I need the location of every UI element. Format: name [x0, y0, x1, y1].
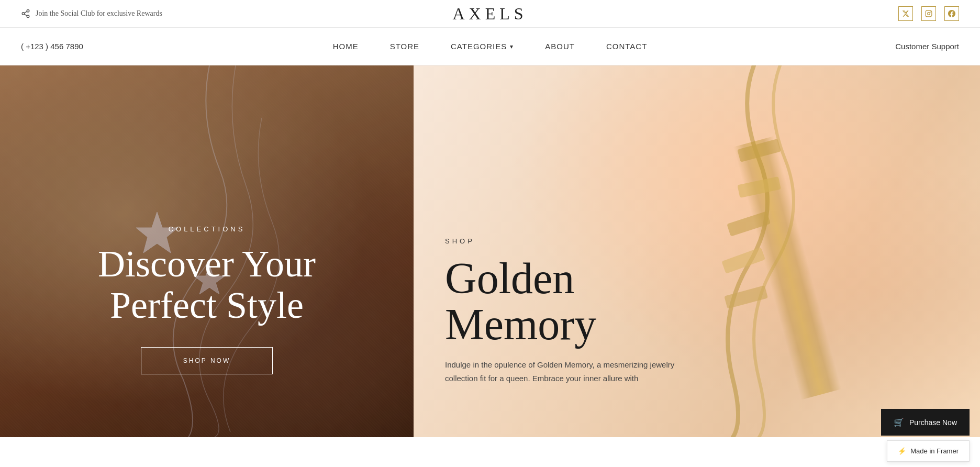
customer-support-link[interactable]: Customer Support: [895, 42, 959, 51]
nav-about[interactable]: ABOUT: [545, 42, 575, 51]
nav-phone: ( +123 ) 456 7890: [21, 42, 83, 51]
svg-rect-5: [926, 10, 932, 17]
social-club-text: Join the Social Club for exclusive Rewar…: [36, 9, 162, 18]
shop-label: SHOP: [445, 237, 696, 245]
shop-now-button[interactable]: SHOP NOW: [141, 347, 273, 374]
hero-left-content: COLLECTIONS Discover Your Perfect Style …: [0, 225, 414, 374]
top-bar-left: Join the Social Club for exclusive Rewar…: [21, 9, 162, 18]
purchase-now-label: Purchase Now: [909, 418, 957, 427]
hero-left-title: Discover Your Perfect Style: [0, 243, 414, 326]
svg-point-6: [928, 13, 930, 15]
svg-point-1: [22, 13, 25, 15]
nav-bar: ( +123 ) 456 7890 HOME STORE CATEGORIES …: [0, 28, 980, 65]
facebook-icon[interactable]: [944, 6, 959, 21]
hero-right-description: Indulge in the opulence of Golden Memory…: [445, 358, 696, 385]
svg-point-7: [930, 12, 931, 13]
svg-point-0: [27, 10, 29, 13]
hero-right-title: Golden Memory: [445, 255, 696, 348]
social-icons-group: [898, 6, 959, 21]
svg-rect-11: [737, 176, 781, 198]
cart-icon: 🛒: [894, 417, 904, 427]
hero-right-content: SHOP Golden Memory Indulge in the opulen…: [445, 237, 696, 385]
nav-home[interactable]: HOME: [333, 42, 359, 51]
nav-links: HOME STORE CATEGORIES ABOUT CONTACT: [333, 42, 648, 51]
x-twitter-icon[interactable]: [898, 6, 913, 21]
nav-contact[interactable]: CONTACT: [606, 42, 647, 51]
hero-section: COLLECTIONS Discover Your Perfect Style …: [0, 65, 980, 437]
svg-line-4: [24, 12, 27, 13]
made-in-framer-badge[interactable]: ⚡ Made in Framer: [887, 440, 970, 462]
svg-line-3: [24, 14, 27, 16]
framer-label: Made in Framer: [910, 447, 959, 455]
brand-logo[interactable]: AXELS: [452, 4, 527, 24]
svg-point-2: [27, 15, 29, 18]
svg-rect-14: [724, 285, 768, 309]
collections-label: COLLECTIONS: [0, 225, 414, 233]
purchase-now-button[interactable]: 🛒 Purchase Now: [881, 409, 970, 436]
nav-store[interactable]: STORE: [390, 42, 419, 51]
framer-icon: ⚡: [898, 447, 906, 455]
instagram-icon[interactable]: [921, 6, 936, 21]
top-bar: Join the Social Club for exclusive Rewar…: [0, 0, 980, 28]
hero-left-panel: COLLECTIONS Discover Your Perfect Style …: [0, 65, 414, 437]
hero-right-panel: SHOP Golden Memory Indulge in the opulen…: [414, 65, 980, 437]
nav-categories[interactable]: CATEGORIES: [451, 42, 514, 51]
share-icon: [21, 9, 30, 18]
